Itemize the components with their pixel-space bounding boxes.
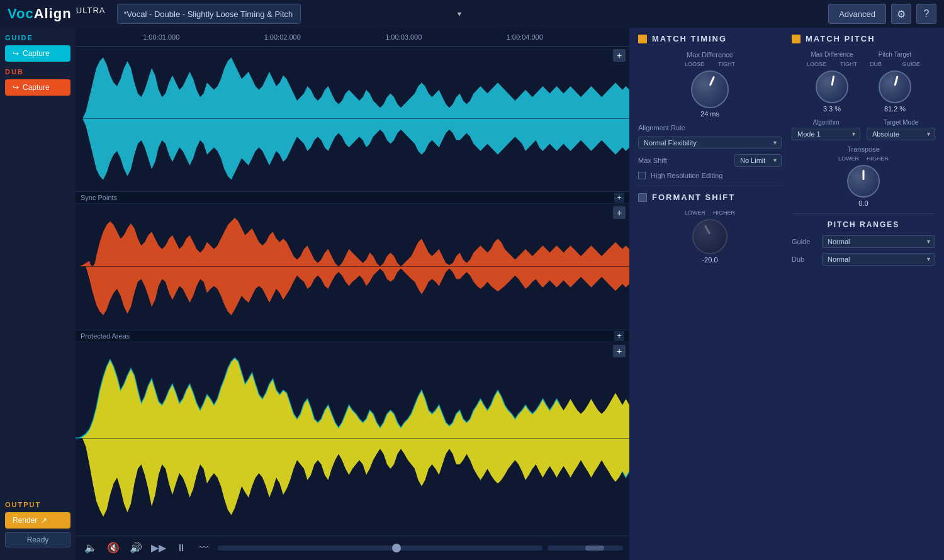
timing-tight-label: TIGHT [718,61,735,67]
transpose-knob[interactable] [847,165,880,198]
logo-ultra: ULTRA [76,6,106,15]
pitch-tight-label: TIGHT [840,61,857,67]
protected-areas-expand[interactable]: + [614,331,624,341]
sync-points-expand[interactable]: + [614,193,624,203]
capture-dub-button[interactable]: ↪ Capture [5,79,70,96]
pause-icon: ⏸ [176,542,186,554]
play-button[interactable]: ▶▶ [150,539,167,557]
target-mode-select[interactable]: Absolute [867,128,935,140]
algorithm-row: Algorithm Mode 1 Target Mode [792,119,935,140]
timing-knob-value: 24 ms [700,110,719,118]
alignment-rule-select[interactable]: Normal Flexibility [638,137,782,149]
pitch-diff-labels: LOOSE TIGHT [807,61,857,67]
capture-guide-button[interactable]: ↪ Capture [5,45,70,62]
capture-dub-icon: ↪ [13,83,19,92]
ruler-mark-3: 1:00:03.000 [385,33,422,41]
match-timing-title: MATCH TIMING [652,34,727,43]
high-res-label: High Resolution Editing [651,172,722,179]
formant-knob-area: LOWER HIGHER -20.0 [638,210,782,264]
zoom-bar[interactable] [548,546,623,551]
guide-waveform-svg [76,47,629,191]
timing-loose-label: LOOSE [685,61,704,67]
output-expand-button[interactable]: + [613,345,626,357]
transpose-higher-label: HIGHER [867,155,889,162]
play-icon: ▶▶ [151,542,166,554]
dub-expand-button[interactable]: + [613,206,626,219]
transport-bar: 🔈 🔇 🔊 ▶▶ ⏸ 〰 [76,535,629,560]
zoom-thumb[interactable] [585,546,604,551]
volume-icon: 🔊 [130,542,142,554]
render-button[interactable]: Render ↗ [5,512,70,529]
timing-knob[interactable] [691,70,729,108]
alignment-rule-wrapper: Normal Flexibility [638,137,782,149]
pause-button[interactable]: ⏸ [172,539,190,557]
timing-knob-group: LOOSE TIGHT 24 ms [638,61,782,118]
panel-left-column: MATCH TIMING Max Difference LOOSE TIGHT [638,34,782,271]
timing-knob-labels: LOOSE TIGHT [685,61,735,67]
transpose-value: 0.0 [858,199,868,207]
dub-pitch-range-select[interactable]: Normal [822,253,935,266]
divider-1 [638,186,782,186]
guide-expand-button[interactable]: + [613,49,626,62]
settings-button[interactable]: ⚙ [891,4,911,24]
panel-right-column: MATCH PITCH Max Difference LOOSE TIGHT [792,34,935,271]
capture-guide-icon: ↪ [13,49,19,58]
pitch-target-knob[interactable] [879,70,911,103]
high-res-checkbox[interactable] [638,172,646,179]
formant-shift-section: FORMANT SHIFT LOWER HIGHER -20.0 [638,193,782,264]
mute-button[interactable]: 🔇 [104,539,122,557]
pitch-ranges-section: PITCH RANGES Guide Normal Dub [792,220,935,266]
formant-lower-label: LOWER [685,210,705,216]
volume-button[interactable]: 🔊 [127,539,145,557]
formant-checkbox[interactable] [638,193,647,202]
guide-track: + [76,47,629,191]
top-bar: VocAlign ULTRA *Vocal - Double - Slightl… [0,0,944,28]
pitch-max-diff-label: Max Difference [811,51,853,58]
logo-align: Align [34,6,72,21]
help-button[interactable]: ? [916,4,936,24]
guide-label: GUIDE [5,34,70,42]
advanced-button[interactable]: Advanced [828,4,886,24]
pitch-knobs-row: Max Difference LOOSE TIGHT 3.3 % [792,51,935,113]
dub-section: DUB ↪ Capture [5,68,70,96]
formant-knob-labels: LOWER HIGHER [685,210,735,216]
protected-areas-bar: Protected Areas + [76,330,629,342]
high-res-row: High Resolution Editing [638,172,782,179]
waveform-icon: 〰 [199,542,209,554]
playhead-thumb[interactable] [392,544,401,552]
guide-pitch-range-select[interactable]: Normal [822,235,935,248]
match-timing-checkbox[interactable] [638,35,647,43]
formant-knob[interactable] [692,219,728,254]
protected-areas-label: Protected Areas [81,332,130,340]
formant-shift-header: FORMANT SHIFT [638,193,782,202]
pitch-target-labels: DUB GUIDE [870,61,920,67]
app-logo: VocAlign ULTRA [8,6,106,22]
ruler-mark-2: 1:00:02.000 [264,33,301,41]
match-timing-section: MATCH TIMING Max Difference LOOSE TIGHT [638,34,782,179]
ruler-mark-4: 1:00:04.000 [507,33,543,41]
match-pitch-checkbox[interactable] [792,35,801,43]
algorithm-select[interactable]: Mode 1 [792,128,860,140]
output-waveform-svg [76,342,629,534]
volume-low-button[interactable]: 🔈 [82,539,99,557]
preset-dropdown[interactable]: *Vocal - Double - Slightly Loose Timing … [117,4,301,24]
guide-pitch-range-wrapper: Normal [822,235,935,248]
max-shift-select[interactable]: No Limit [734,154,782,167]
algorithm-group: Algorithm Mode 1 [792,119,860,140]
ruler-marks: 1:00:01.000 1:00:02.000 1:00:03.000 1:00… [79,28,629,46]
pitch-max-diff-value: 3.3 % [823,105,841,113]
formant-higher-label: HIGHER [713,210,735,216]
max-diff-timing-label: Max Difference [638,51,782,59]
playhead-bar[interactable] [218,546,542,551]
top-bar-right: Advanced ⚙ ? [828,4,936,24]
timing-knob-container: LOOSE TIGHT 24 ms [685,61,735,118]
pitch-dub-label: DUB [870,61,882,67]
dub-track: + [76,204,629,330]
waveform-button[interactable]: 〰 [195,539,213,557]
pitch-target-value: 81.2 % [884,105,906,113]
dub-label: DUB [5,68,70,76]
dub-pitch-range-row: Dub Normal [792,253,935,266]
match-pitch-header: MATCH PITCH [792,34,935,43]
pitch-max-diff-knob[interactable] [816,70,848,103]
output-track: + [76,342,629,535]
